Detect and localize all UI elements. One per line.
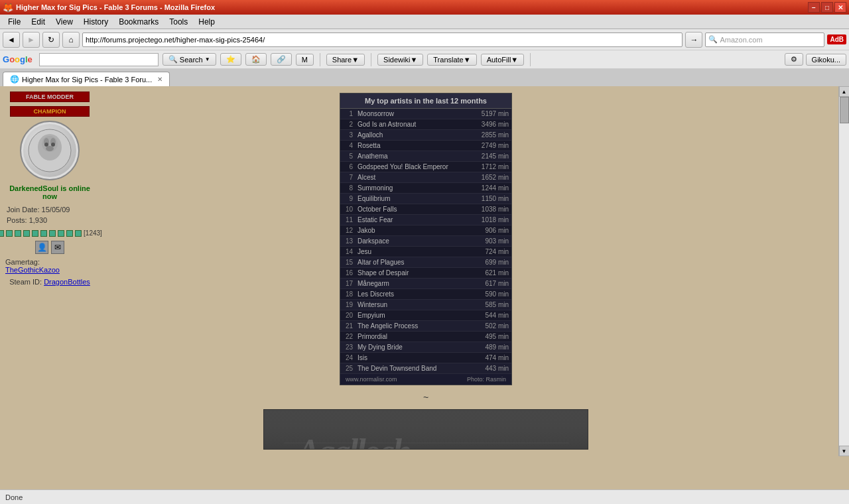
chart-mins: 1038 min bbox=[472, 204, 511, 214]
chart-mins: 1244 min bbox=[472, 183, 511, 193]
active-tab[interactable]: 🌐 Higher Max for Sig Pics - Fable 3 Foru… bbox=[3, 72, 170, 86]
settings-button[interactable]: ⚙ bbox=[785, 53, 803, 66]
home-button[interactable]: ⌂ bbox=[62, 32, 80, 48]
navbar-search-icon: 🔍 bbox=[708, 35, 718, 44]
menu-view[interactable]: View bbox=[50, 16, 78, 28]
chart-artist-name: Månegarm bbox=[355, 279, 472, 288]
chart-row: 8 Summoning 1244 min bbox=[340, 183, 511, 194]
chart-rank: 1 bbox=[340, 109, 355, 119]
tab-favicon: 🌐 bbox=[10, 75, 19, 84]
chart-mins: 489 min bbox=[472, 342, 511, 352]
chart-rank: 16 bbox=[340, 268, 355, 278]
menu-file[interactable]: File bbox=[3, 16, 26, 28]
chart-row: 1 Moonsorrow 5197 min bbox=[340, 109, 511, 119]
address-bar[interactable] bbox=[82, 32, 683, 47]
search-dropdown-icon: ▼ bbox=[205, 56, 210, 62]
chart-mins: 2749 min bbox=[472, 141, 511, 151]
search-icon: 🔍 bbox=[168, 55, 178, 64]
minimize-button[interactable]: − bbox=[808, 2, 820, 13]
chart-artist-name: Agalloch bbox=[355, 130, 472, 140]
menu-help[interactable]: Help bbox=[193, 16, 220, 28]
toolbar-separator2 bbox=[371, 53, 371, 66]
maximize-button[interactable]: □ bbox=[821, 2, 833, 13]
navbar: ◄ ► ↻ ⌂ → 🔍 Amazon.com AdB bbox=[0, 29, 849, 50]
chart-artist-name: God Is an Astronaut bbox=[355, 119, 472, 129]
refresh-button[interactable]: ↻ bbox=[42, 32, 60, 48]
chart-row: 10 October Falls 1038 min bbox=[340, 204, 511, 215]
steam-link[interactable]: DragonBottles bbox=[44, 278, 90, 286]
sidewiki-button[interactable]: Sidewiki▼ bbox=[377, 54, 423, 66]
user-info: Join Date: 15/05/09 Posts: 1,930 bbox=[7, 204, 93, 225]
music-chart-header: My top artists in the last 12 months bbox=[340, 94, 511, 109]
chart-row: 19 Wintersun 585 min bbox=[340, 300, 511, 310]
menu-history[interactable]: History bbox=[78, 16, 113, 28]
view-profile-icon[interactable]: ✉ bbox=[51, 241, 64, 254]
chart-rank: 8 bbox=[340, 183, 355, 193]
scroll-down-button[interactable]: ▼ bbox=[839, 446, 850, 456]
chart-rank: 19 bbox=[340, 300, 355, 310]
window-title: Higher Max for Sig Pics - Fable 3 Forums… bbox=[16, 3, 215, 11]
chart-rank: 14 bbox=[340, 247, 355, 257]
svg-text:Agalloch: Agalloch bbox=[295, 432, 411, 450]
search-button[interactable]: 🔍 Search ▼ bbox=[163, 53, 216, 66]
google-search-input[interactable] bbox=[39, 53, 159, 66]
forward-button[interactable]: ► bbox=[23, 32, 40, 48]
toolbar-separator bbox=[320, 53, 320, 66]
chart-mins: 1712 min bbox=[472, 162, 511, 172]
vertical-scrollbar[interactable]: ▲ ▼ bbox=[838, 86, 849, 456]
sidebar: FABLE MODDER CHAMPION bbox=[0, 86, 99, 456]
chart-row: 24 Isis 474 min bbox=[340, 353, 511, 363]
svg-point-7 bbox=[46, 146, 54, 151]
join-date: Join Date: 15/05/09 bbox=[7, 204, 93, 215]
menu-bookmarks[interactable]: Bookmarks bbox=[113, 16, 164, 28]
chart-artist-name: Jakob bbox=[355, 225, 472, 235]
tab-close-icon[interactable]: ✕ bbox=[157, 76, 163, 83]
chart-rank: 25 bbox=[340, 363, 355, 373]
chart-mins: 544 min bbox=[472, 310, 511, 320]
chart-row: 25 The Devin Townsend Band 443 min bbox=[340, 363, 511, 374]
adblock-icon[interactable]: AdB bbox=[827, 34, 846, 44]
autofill-button[interactable]: AutoFill▼ bbox=[481, 54, 525, 66]
gamertag-link[interactable]: TheGothicKazoo bbox=[5, 266, 60, 274]
chart-rank: 5 bbox=[340, 151, 355, 161]
user-menu[interactable]: Gikoku... bbox=[806, 54, 846, 66]
chart-artist-name: Anathema bbox=[355, 151, 472, 161]
chart-mins: 5197 min bbox=[472, 109, 511, 119]
scroll-up-button[interactable]: ▲ bbox=[839, 86, 850, 97]
toolbar-extra3[interactable]: 🔗 bbox=[271, 53, 292, 66]
chart-mins: 495 min bbox=[472, 332, 511, 342]
online-status: DarkenedSoul is online now bbox=[5, 184, 94, 200]
go-button[interactable]: → bbox=[685, 32, 702, 48]
chart-artist-name: The Angelic Process bbox=[355, 321, 472, 331]
rep-pip bbox=[15, 230, 21, 237]
back-button[interactable]: ◄ bbox=[3, 32, 20, 48]
scroll-thumb[interactable] bbox=[840, 97, 849, 123]
translate-button[interactable]: Translate▼ bbox=[427, 54, 476, 66]
share-button[interactable]: Share▼ bbox=[326, 54, 365, 66]
toolbar-email[interactable]: M bbox=[296, 54, 314, 66]
navbar-search-placeholder: Amazon.com bbox=[720, 36, 762, 44]
chart-rank: 18 bbox=[340, 289, 355, 299]
menu-tools[interactable]: Tools bbox=[164, 16, 193, 28]
scroll-track[interactable] bbox=[839, 97, 849, 446]
rep-pip bbox=[6, 230, 13, 237]
chart-artist-name: Les Discrets bbox=[355, 289, 472, 299]
menu-edit[interactable]: Edit bbox=[26, 16, 50, 28]
chart-artist-name: Darkspace bbox=[355, 236, 472, 246]
chart-artist-name: Estatic Fear bbox=[355, 215, 472, 225]
music-chart-footer: www.normalisr.com Photo: Rasmin bbox=[340, 374, 511, 385]
rep-pip bbox=[66, 230, 73, 237]
user-action-icons: 👤 ✉ bbox=[35, 241, 64, 254]
browser-content: FABLE MODDER CHAMPION bbox=[0, 86, 849, 456]
chart-rank: 12 bbox=[340, 225, 355, 235]
chart-row: 13 Darkspace 903 min bbox=[340, 236, 511, 247]
chart-row: 4 Rosetta 2749 min bbox=[340, 141, 511, 151]
send-message-icon[interactable]: 👤 bbox=[35, 241, 48, 254]
chart-mins: 1018 min bbox=[472, 215, 511, 225]
close-button[interactable]: ✕ bbox=[834, 2, 846, 13]
toolbar-extra1[interactable]: ⭐ bbox=[220, 53, 241, 66]
menubar: File Edit View History Bookmarks Tools H… bbox=[0, 15, 849, 29]
toolbar-extra2[interactable]: 🏠 bbox=[245, 53, 267, 66]
chart-mins: 724 min bbox=[472, 247, 511, 257]
tabbar: 🌐 Higher Max for Sig Pics - Fable 3 Foru… bbox=[0, 69, 849, 86]
